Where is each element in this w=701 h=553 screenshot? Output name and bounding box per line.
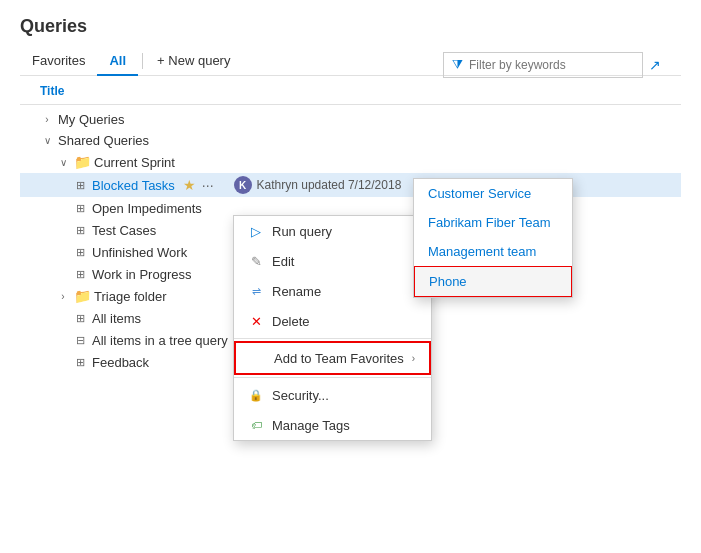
folder-icon: 📁 [74,154,90,170]
ctx-divider-2 [234,377,431,378]
ctx-delete-label: Delete [272,314,310,329]
ctx-add-to-team-favorites[interactable]: Add to Team Favorites › [234,341,431,375]
submenu-management-team[interactable]: Management team [414,237,572,266]
rename-icon: ⇌ [248,283,264,299]
my-queries-label: My Queries [58,112,124,127]
more-icon[interactable]: ··· [202,177,214,193]
query-flat-icon: ⊞ [72,177,88,193]
avatar: K [234,176,252,194]
ctx-rename[interactable]: ⇌ Rename [234,276,431,306]
unfinished-work-label: Unfinished Work [92,245,187,260]
filter-input-wrapper: ⧩ [443,52,643,78]
column-title-header: Title [20,78,681,105]
shared-queries-label: Shared Queries [58,133,149,148]
query-tree-icon: ⊟ [72,332,88,348]
edit-icon: ✎ [248,253,264,269]
submenu-arrow-icon: › [412,353,415,364]
submenu: Customer Service Fabrikam Fiber Team Man… [413,178,573,298]
new-query-button[interactable]: + New query [147,47,240,76]
all-items-label: All items [92,311,141,326]
ctx-manage-tags-label: Manage Tags [272,418,350,433]
ctx-manage-tags[interactable]: 🏷 Manage Tags [234,410,431,440]
current-sprint-label: Current Sprint [94,155,175,170]
chevron-down-icon: ∨ [40,134,54,148]
query-flat-icon-5: ⊞ [72,266,88,282]
tab-all[interactable]: All [97,47,138,76]
chevron-down-icon-2: ∨ [56,155,70,169]
ctx-rename-label: Rename [272,284,321,299]
filter-icon: ⧩ [452,57,463,73]
chevron-right-icon: › [40,113,54,127]
test-cases-label: Test Cases [92,223,156,238]
submenu-fabrikam-fiber[interactable]: Fabrikam Fiber Team [414,208,572,237]
submenu-phone[interactable]: Phone [414,266,572,297]
folder-icon-2: 📁 [74,288,90,304]
security-icon: 🔒 [248,387,264,403]
query-flat-icon-4: ⊞ [72,244,88,260]
context-menu: ▷ Run query ✎ Edit ⇌ Rename ✕ Delete Add… [233,215,432,441]
chevron-right-icon-2: › [56,289,70,303]
query-flat-icon-3: ⊞ [72,222,88,238]
query-flat-icon-2: ⊞ [72,200,88,216]
ctx-security[interactable]: 🔒 Security... [234,380,431,410]
tab-favorites[interactable]: Favorites [20,47,97,76]
work-in-progress-label: Work in Progress [92,267,191,282]
delete-icon: ✕ [248,313,264,329]
tab-divider [142,53,143,69]
triage-folder-label: Triage folder [94,289,167,304]
updated-text: Kathryn updated 7/12/2018 [257,178,402,192]
run-query-icon: ▷ [248,223,264,239]
expand-icon[interactable]: ↗ [649,57,661,73]
tree-row-current-sprint[interactable]: ∨ 📁 Current Sprint [20,151,681,173]
tree-row-shared-queries[interactable]: ∨ Shared Queries [20,130,681,151]
ctx-run-query-label: Run query [272,224,332,239]
ctx-edit-label: Edit [272,254,294,269]
query-flat-icon-6: ⊞ [72,310,88,326]
ctx-security-label: Security... [272,388,329,403]
page-title: Queries [20,16,681,37]
feedback-label: Feedback [92,355,149,370]
filter-input[interactable] [469,58,634,72]
open-impediments-label: Open Impediments [92,201,202,216]
ctx-divider-1 [234,338,431,339]
query-flat-icon-7: ⊞ [72,354,88,370]
updated-info: K Kathryn updated 7/12/2018 [234,176,402,194]
tree-row-my-queries[interactable]: › My Queries [20,109,681,130]
filter-area: ⧩ ↗ [443,52,661,78]
add-favorites-icon [250,350,266,366]
submenu-customer-service[interactable]: Customer Service [414,179,572,208]
tree-row-blocked-tasks[interactable]: ⊞ Blocked Tasks ★ ··· K Kathryn updated … [20,173,681,197]
ctx-delete[interactable]: ✕ Delete [234,306,431,336]
all-items-tree-label: All items in a tree query [92,333,228,348]
manage-tags-icon: 🏷 [248,417,264,433]
ctx-edit[interactable]: ✎ Edit [234,246,431,276]
ctx-run-query[interactable]: ▷ Run query [234,216,431,246]
blocked-tasks-label[interactable]: Blocked Tasks [92,178,175,193]
ctx-add-favorites-label: Add to Team Favorites [274,351,404,366]
star-icon[interactable]: ★ [183,177,196,193]
